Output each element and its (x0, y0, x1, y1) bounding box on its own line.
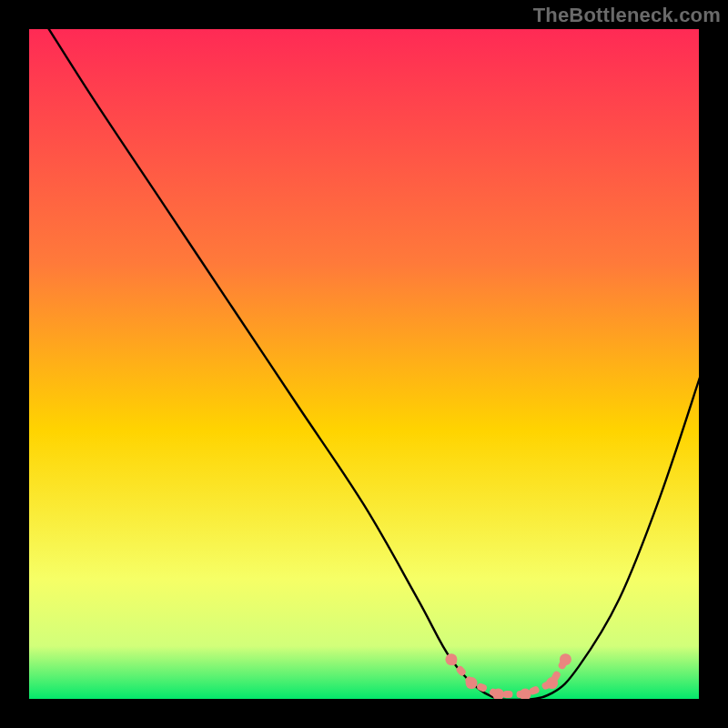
band-dot (466, 677, 478, 689)
band-dot (520, 689, 531, 701)
band-dot (445, 653, 457, 665)
band-dot (560, 653, 571, 665)
chart-container: TheBottleneck.com (0, 0, 728, 728)
plot-background (28, 28, 700, 700)
band-dot (492, 689, 504, 701)
band-dot (546, 677, 558, 689)
chart-svg (0, 0, 728, 728)
watermark-text: TheBottleneck.com (533, 4, 721, 27)
